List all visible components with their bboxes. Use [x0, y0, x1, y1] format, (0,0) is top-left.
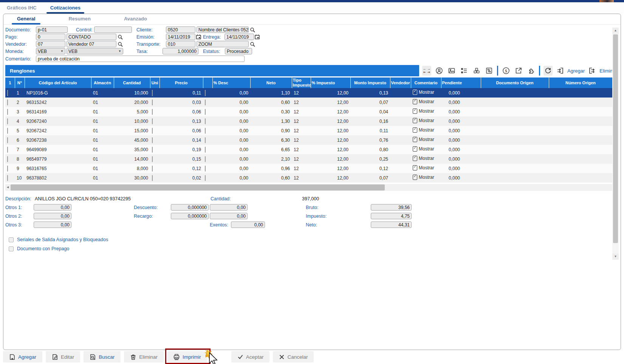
uni-checkbox[interactable]: [152, 128, 153, 134]
table-row[interactable]: 2 96315242 01 20,000 0,03 0,00 0,60 12 1…: [5, 98, 612, 107]
table-row[interactable]: 7 96499089 01 35,000 0,19 0,00 6,65 12 1…: [5, 145, 612, 154]
row-checkbox[interactable]: [7, 175, 8, 181]
recargo-amount-field[interactable]: 0,00: [210, 213, 248, 219]
imprimir-button[interactable]: Imprimir: [167, 351, 207, 362]
otros1-field[interactable]: 0,00: [34, 204, 71, 211]
row-checkbox[interactable]: [7, 147, 8, 153]
uni-checkbox[interactable]: [152, 118, 153, 124]
mostrar-link[interactable]: Mostrar: [413, 118, 434, 123]
agregar-button[interactable]: Agregar: [3, 351, 42, 362]
puzzle-icon[interactable]: [526, 66, 536, 76]
emision-calendar-icon[interactable]: [196, 34, 201, 40]
uni-checkbox[interactable]: [152, 147, 153, 153]
desc-checkbox[interactable]: [205, 118, 206, 124]
uni-checkbox[interactable]: [152, 137, 153, 143]
user-icon[interactable]: [435, 66, 444, 76]
mostrar-link[interactable]: Mostrar: [413, 156, 434, 161]
mostrar-link[interactable]: Mostrar: [413, 99, 434, 104]
scroll-up-icon[interactable]: ▲: [612, 28, 619, 34]
table-row[interactable]: 6 92067238 01 45,000 0,14 0,00 6,30 12 1…: [5, 135, 612, 145]
otros3-field[interactable]: 0,00: [34, 221, 71, 228]
scroll-left-icon[interactable]: ◄: [6, 185, 9, 189]
row-checkbox[interactable]: [7, 99, 8, 105]
descuento-amount-field[interactable]: 0,00: [210, 204, 248, 211]
moneda-select-2[interactable]: VEB▼: [67, 48, 123, 54]
desc-checkbox[interactable]: [205, 175, 206, 181]
scroll-down-icon[interactable]: ▼: [612, 254, 619, 260]
entrega-calendar-icon[interactable]: [254, 34, 260, 40]
row-checkbox[interactable]: [7, 166, 8, 172]
column-nav-icon[interactable]: ← → ⇤ ⇥: [422, 66, 431, 76]
cancelar-button[interactable]: Cancelar: [273, 351, 314, 362]
desc-checkbox[interactable]: [205, 156, 206, 162]
mostrar-link[interactable]: Mostrar: [413, 146, 434, 152]
pago-search-icon[interactable]: [117, 34, 123, 40]
desc-checkbox[interactable]: [205, 109, 206, 115]
table-row[interactable]: 1 NP1016-G 01 10,000 0,11 0,00 1,10 12 1…: [5, 88, 612, 98]
pago-code-field[interactable]: 0: [36, 34, 65, 40]
transporte-search-icon[interactable]: [249, 41, 255, 47]
exentos-field[interactable]: 0,00: [231, 221, 265, 228]
mostrar-link[interactable]: Mostrar: [413, 137, 434, 142]
table-row[interactable]: 8 96549779 01 14,000 0,15 0,00 2,10 12 1…: [5, 154, 612, 164]
editar-button[interactable]: Editar: [46, 351, 80, 362]
list-icon[interactable]: [460, 66, 469, 76]
table-row[interactable]: 3 96314169 01 5,000 0,06 0,00 0,30 12 12…: [5, 107, 612, 116]
transporte-code-field[interactable]: 010: [166, 41, 195, 47]
descuento-pct-field[interactable]: 0,000000: [171, 204, 209, 211]
uni-checkbox[interactable]: [152, 156, 153, 162]
table-row[interactable]: 4 92067240 01 10,000 0,13 0,00 1,30 12 1…: [5, 116, 612, 126]
moneda-select-1[interactable]: VEB▼: [36, 48, 65, 54]
tab-cotizaciones[interactable]: Cotizaciones: [43, 3, 87, 13]
export-icon[interactable]: [514, 66, 523, 76]
row-checkbox[interactable]: [7, 156, 8, 162]
seriales-checkbox[interactable]: [9, 237, 14, 242]
table-row[interactable]: 10 96378802 01 30,000 0,02 0,00 0,60 12 …: [5, 173, 612, 183]
add-row-icon[interactable]: [556, 66, 565, 76]
vscroll-thumb[interactable]: [613, 34, 618, 243]
row-checkbox[interactable]: [7, 118, 8, 124]
buscar-button[interactable]: Buscar: [84, 351, 121, 362]
dollar-icon[interactable]: $: [502, 66, 511, 76]
percent-icon[interactable]: [485, 66, 494, 76]
uni-checkbox[interactable]: [152, 166, 153, 172]
image-icon[interactable]: [447, 66, 456, 76]
transporte-name-field[interactable]: ZOOM: [197, 41, 249, 47]
control-field[interactable]: [94, 26, 132, 33]
vendedor-name-field[interactable]: Vendedor 07: [67, 41, 116, 47]
aceptar-button[interactable]: Aceptar: [231, 351, 270, 362]
desc-checkbox[interactable]: [205, 128, 206, 134]
hscroll-thumb[interactable]: [11, 184, 385, 191]
row-checkbox[interactable]: [7, 137, 8, 143]
desc-checkbox[interactable]: [205, 99, 206, 105]
desc-checkbox[interactable]: [205, 166, 206, 172]
mostrar-link[interactable]: Mostrar: [413, 127, 434, 133]
subtab-resumen[interactable]: Resumen: [63, 15, 96, 23]
row-checkbox[interactable]: [7, 128, 8, 134]
horizontal-scrollbar[interactable]: ◄: [5, 184, 612, 191]
documento-field[interactable]: p-01: [36, 26, 68, 33]
toolbar-agregar-button[interactable]: Agregar: [567, 68, 585, 74]
uni-checkbox[interactable]: [152, 99, 153, 105]
comentario-field[interactable]: prueba de cotización: [36, 56, 245, 62]
cliente-name-field[interactable]: Nombre del Clientes 052: [197, 26, 249, 33]
desc-checkbox[interactable]: [205, 137, 206, 143]
mostrar-link[interactable]: Mostrar: [413, 175, 434, 180]
subtab-avanzado[interactable]: Avanzado: [119, 15, 152, 23]
cliente-search-icon[interactable]: [249, 26, 255, 33]
mostrar-link[interactable]: Mostrar: [413, 108, 434, 114]
vendedor-code-field[interactable]: 07: [36, 41, 65, 47]
desc-checkbox[interactable]: [205, 147, 206, 153]
vertical-scrollbar[interactable]: ▲ ▼: [612, 28, 619, 260]
entrega-date-field[interactable]: 14/11/2019: [225, 34, 254, 40]
recargo-pct-field[interactable]: 0,000000: [171, 213, 209, 219]
uni-checkbox[interactable]: [152, 175, 153, 181]
row-checkbox[interactable]: [7, 109, 8, 115]
vendedor-search-icon[interactable]: [117, 41, 123, 47]
otros2-field[interactable]: 0,00: [34, 213, 71, 219]
table-row[interactable]: 5 92067242 01 15,000 0,06 0,00 0,90 12 1…: [5, 126, 612, 135]
mostrar-link[interactable]: Mostrar: [413, 90, 434, 95]
tasa-field[interactable]: 1,000000: [163, 48, 198, 54]
uni-checkbox[interactable]: [152, 109, 153, 115]
prepago-checkbox[interactable]: [9, 246, 14, 251]
